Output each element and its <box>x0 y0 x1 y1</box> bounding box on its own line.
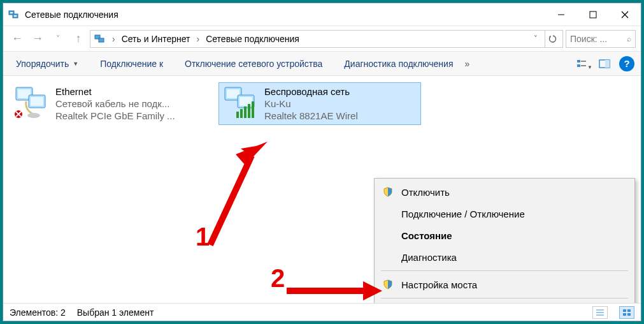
location-icon <box>94 33 106 45</box>
adapter-item-ethernet[interactable]: Ethernet Сетевой кабель не подк... Realt… <box>10 82 212 125</box>
diagnose-label: Диагностика подключения <box>344 59 453 69</box>
svg-marker-35 <box>240 141 264 158</box>
disable-device-button[interactable]: Отключение сетевого устройства <box>178 55 329 73</box>
icons-view-button[interactable] <box>619 306 634 319</box>
annotation-number-1: 1 <box>196 223 210 251</box>
navigation-bar: ← → ˅ ↑ › Сеть и Интернет › Сетевые подк… <box>3 26 641 52</box>
organize-menu[interactable]: Упорядочить ▼ <box>10 55 85 73</box>
ethernet-icon <box>13 86 49 119</box>
menu-bridge[interactable]: Настройка моста <box>376 274 633 295</box>
network-connections-window: Сетевые подключения ← → ˅ ↑ › Сеть и Инт… <box>3 3 641 321</box>
menu-separator <box>381 270 628 271</box>
menu-separator <box>381 298 628 298</box>
diagnose-button[interactable]: Диагностика подключения <box>338 55 459 73</box>
svg-rect-42 <box>623 309 626 312</box>
breadcrumb-sep-icon[interactable]: › <box>197 34 200 44</box>
search-icon[interactable]: ⌕ <box>627 34 631 43</box>
svg-rect-29 <box>236 112 239 118</box>
svg-rect-20 <box>31 97 43 106</box>
breadcrumb-sep-icon[interactable]: › <box>112 34 115 44</box>
refresh-button[interactable] <box>545 31 560 47</box>
svg-rect-32 <box>248 104 250 118</box>
view-options-button[interactable]: ▼ <box>572 55 594 73</box>
shield-icon <box>381 279 395 290</box>
adapter-status: Ku-Ku <box>264 98 358 109</box>
chevron-down-icon: ▼ <box>587 64 592 70</box>
up-button[interactable]: ↑ <box>69 30 87 48</box>
forward-button[interactable]: → <box>29 30 47 48</box>
svg-line-34 <box>210 156 252 245</box>
svg-rect-9 <box>99 38 104 42</box>
annotation-number-2: 2 <box>271 264 285 293</box>
menu-diagnose[interactable]: Диагностика <box>376 246 633 268</box>
status-selection: Выбран 1 элемент <box>77 307 154 318</box>
close-button[interactable] <box>609 4 641 25</box>
svg-rect-13 <box>577 64 580 67</box>
breadcrumb-item[interactable]: Сеть и Интернет <box>119 33 193 45</box>
svg-rect-5 <box>590 11 596 18</box>
network-folder-icon <box>8 9 20 20</box>
menu-label: Подключение / Отключение <box>401 209 525 219</box>
organize-label: Упорядочить <box>16 59 69 69</box>
status-item-count: Элементов: 2 <box>10 307 66 318</box>
svg-rect-44 <box>623 313 626 316</box>
svg-rect-45 <box>627 313 631 316</box>
context-menu: Отключить Подключение / Отключение Состо… <box>374 178 635 303</box>
chevron-down-icon: ▼ <box>73 61 78 67</box>
command-bar: Упорядочить ▼ Подключение к Отключение с… <box>3 52 641 76</box>
svg-rect-14 <box>581 65 586 66</box>
address-dropdown-icon[interactable]: ˅ <box>529 34 542 43</box>
svg-rect-12 <box>581 61 586 62</box>
annotation-arrow-1 <box>191 136 274 253</box>
svg-rect-31 <box>244 107 247 118</box>
annotation-arrow-2 <box>283 278 385 303</box>
adapter-device: Realtek PCIe GbE Family ... <box>55 110 175 121</box>
menu-label: Отключить <box>401 187 450 198</box>
recent-locations-button[interactable]: ˅ <box>49 30 67 48</box>
address-bar[interactable]: › Сеть и Интернет › Сетевые подключения … <box>90 30 563 48</box>
adapter-item-wireless[interactable]: Беспроводная сеть Ku-Ku Realtek 8821AE W… <box>218 82 421 125</box>
breadcrumb-item[interactable]: Сетевые подключения <box>203 33 302 45</box>
menu-label: Состояние <box>401 230 452 241</box>
svg-rect-43 <box>627 309 631 312</box>
search-placeholder: Поиск: ... <box>570 34 607 44</box>
menu-disable[interactable]: Отключить <box>376 181 633 203</box>
svg-marker-36 <box>236 142 268 165</box>
menu-create-shortcut[interactable]: Создать ярлык <box>376 301 633 303</box>
wireless-icon <box>222 86 258 119</box>
disable-label: Отключение сетевого устройства <box>185 59 322 69</box>
adapter-name: Ethernet <box>55 86 175 97</box>
adapter-device: Realtek 8821AE Wirel <box>264 110 358 121</box>
menu-status[interactable]: Состояние <box>376 225 633 246</box>
status-bar: Элементов: 2 Выбран 1 элемент <box>3 303 641 321</box>
menu-label: Настройка моста <box>401 279 477 290</box>
menu-connect-disconnect[interactable]: Подключение / Отключение <box>376 203 633 225</box>
overflow-button[interactable]: » <box>459 55 475 73</box>
help-button[interactable]: ? <box>619 56 634 71</box>
svg-rect-33 <box>252 101 254 118</box>
adapter-list: Ethernet Сетевой кабель не подк... Realt… <box>3 76 641 131</box>
connect-to-button[interactable]: Подключение к <box>94 55 169 73</box>
details-view-button[interactable] <box>592 306 608 319</box>
svg-rect-30 <box>240 109 243 118</box>
window-title: Сетевые подключения <box>25 10 118 20</box>
menu-label: Диагностика <box>401 252 457 263</box>
svg-rect-2 <box>10 12 13 13</box>
svg-point-24 <box>27 113 40 118</box>
adapter-name: Беспроводная сеть <box>264 86 358 97</box>
adapter-status: Сетевой кабель не подк... <box>55 98 175 109</box>
titlebar: Сетевые подключения <box>3 3 641 26</box>
svg-rect-11 <box>577 60 580 63</box>
back-button[interactable]: ← <box>8 30 26 48</box>
minimize-button[interactable] <box>545 4 577 25</box>
preview-pane-button[interactable] <box>594 55 615 73</box>
shield-icon <box>381 187 395 197</box>
svg-rect-16 <box>605 60 610 68</box>
search-input[interactable]: Поиск: ... ⌕ <box>566 30 636 48</box>
maximize-button[interactable] <box>577 4 609 25</box>
content-area: Ethernet Сетевой кабель не подк... Realt… <box>3 76 641 303</box>
svg-rect-3 <box>14 15 17 17</box>
connect-label: Подключение к <box>100 59 163 69</box>
